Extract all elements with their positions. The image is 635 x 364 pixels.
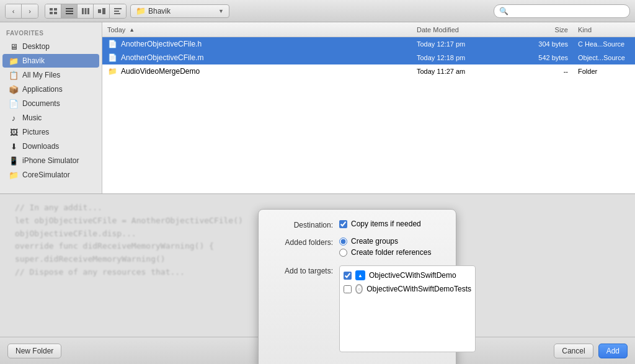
- sidebar-section-favorites: FAVORITES: [0, 25, 102, 39]
- sidebar-icon-iphone-simulator: 📱: [9, 156, 19, 166]
- file-date: Today 11:27 am: [412, 68, 523, 75]
- view-icon-btn[interactable]: [45, 4, 61, 18]
- sidebar-item-core-simulator[interactable]: 📁 CoreSimulator: [2, 168, 99, 182]
- sidebar-label-core-simulator: CoreSimulator: [22, 171, 70, 179]
- file-name-label: AudioVideoMergeDemo: [121, 67, 200, 76]
- create-groups-radio[interactable]: [339, 237, 347, 246]
- search-bar[interactable]: 🔍: [494, 4, 630, 18]
- header-date[interactable]: Date Modified: [412, 26, 523, 33]
- destination-row: Destination: Copy items if needed: [271, 220, 443, 231]
- svg-rect-10: [98, 9, 101, 13]
- sidebar-icon-core-simulator: 📁: [9, 170, 19, 180]
- file-name-label: AnotherObjectiveCFile.h: [121, 40, 202, 48]
- sidebar-label-downloads: Downloads: [22, 142, 59, 151]
- create-groups-row: Create groups: [339, 237, 443, 246]
- sidebar-label-bhavik: Bhavik: [22, 56, 45, 65]
- sidebar-icon-bhavik: 📁: [9, 56, 19, 66]
- path-dropdown-icon: ▼: [218, 8, 224, 14]
- target-label-target2: ObjectiveCWithSwiftDemoTests: [366, 285, 471, 293]
- svg-rect-14: [114, 13, 120, 14]
- file-name: 📄 AnotherObjectiveCFile.m: [102, 53, 412, 63]
- svg-rect-0: [50, 8, 53, 11]
- create-folder-refs-label: Create folder references: [351, 248, 431, 257]
- svg-rect-6: [66, 13, 73, 14]
- copy-items-checkbox[interactable]: [339, 220, 347, 228]
- svg-rect-5: [66, 11, 73, 12]
- target-item-target2: ○ ObjectiveCWithSwiftDemoTests: [344, 282, 471, 296]
- file-date: Today 12:17 pm: [412, 40, 523, 48]
- sidebar-item-downloads[interactable]: ⬇ Downloads: [2, 140, 99, 153]
- target-checkbox-target2[interactable]: [344, 285, 352, 293]
- nav-buttons: ‹ ›: [5, 4, 38, 19]
- svg-rect-8: [84, 8, 86, 14]
- sidebar-item-desktop[interactable]: 🖥 Desktop: [2, 40, 99, 53]
- added-folders-content: Create groups Create folder references: [339, 237, 443, 259]
- file-item[interactable]: 📄 AnotherObjectiveCFile.m Today 12:18 pm…: [102, 51, 635, 64]
- sidebar-label-applications: Applications: [22, 85, 63, 94]
- sidebar-item-music[interactable]: ♪ Music: [2, 111, 99, 125]
- search-input[interactable]: [511, 7, 624, 16]
- destination-label: Destination:: [271, 220, 339, 229]
- file-size: --: [523, 68, 573, 75]
- sidebar-label-pictures: Pictures: [22, 128, 49, 136]
- sidebar-label-music: Music: [22, 113, 42, 122]
- view-share-btn[interactable]: [110, 4, 126, 18]
- sidebar-item-documents[interactable]: 📄 Documents: [2, 97, 99, 110]
- create-groups-label: Create groups: [351, 237, 398, 246]
- file-list: 📄 AnotherObjectiveCFile.h Today 12:17 pm…: [102, 37, 635, 193]
- svg-rect-7: [82, 8, 84, 14]
- file-size: 542 bytes: [523, 54, 573, 61]
- add-button[interactable]: Add: [598, 344, 628, 358]
- forward-button[interactable]: ›: [22, 4, 38, 18]
- file-name: 📁 AudioVideoMergeDemo: [102, 66, 412, 76]
- sidebar-item-applications[interactable]: 📦 Applications: [2, 82, 99, 96]
- file-icon: 📁: [107, 66, 117, 76]
- sidebar-item-bhavik[interactable]: 📁 Bhavik: [2, 54, 99, 68]
- sidebar-label-desktop: Desktop: [22, 42, 50, 51]
- sidebar-icon-desktop: 🖥: [9, 42, 19, 51]
- file-name-label: AnotherObjectiveCFile.m: [121, 53, 203, 62]
- file-list-container: Today ▲ Date Modified Size Kind 📄 Anothe…: [102, 22, 635, 193]
- sidebar-icon-music: ♪: [9, 113, 19, 123]
- target-checkbox-target1[interactable]: [344, 272, 352, 280]
- create-folder-refs-row: Create folder references: [339, 248, 443, 257]
- file-kind: Object...Source: [573, 54, 635, 61]
- targets-content: ▲ ObjectiveCWithSwiftDemo ○ ObjectiveCWi…: [339, 265, 476, 352]
- path-selector[interactable]: 📁 Bhavik ▼: [130, 4, 229, 18]
- sidebar-item-iphone-simulator[interactable]: 📱 iPhone Simulator: [2, 154, 99, 167]
- view-cover-btn[interactable]: [94, 4, 110, 18]
- cancel-button[interactable]: Cancel: [554, 344, 593, 358]
- xcode-icon: ▲: [355, 270, 365, 280]
- bottom-panel: // In any addit...let objObjectiveCFile …: [0, 193, 635, 364]
- back-button[interactable]: ‹: [6, 4, 22, 18]
- sidebar-icon-all-my-files: 📋: [9, 70, 19, 80]
- view-list-btn[interactable]: [61, 4, 78, 18]
- svg-rect-2: [50, 12, 53, 14]
- toolbar: ‹ › 📁 Bhavik ▼ 🔍: [0, 0, 635, 22]
- file-kind: C Hea...Source: [573, 40, 635, 48]
- sidebar-items: 🖥 Desktop 📁 Bhavik 📋 All My Files 📦 Appl…: [0, 40, 102, 182]
- view-column-btn[interactable]: [78, 4, 94, 18]
- view-mode-buttons: [45, 4, 127, 19]
- header-name[interactable]: Today ▲: [102, 26, 412, 33]
- targets-box: ▲ ObjectiveCWithSwiftDemo ○ ObjectiveCWi…: [339, 265, 476, 352]
- target-label-target1: ObjectiveCWithSwiftDemo: [369, 271, 456, 280]
- sidebar-icon-downloads: ⬇: [9, 141, 19, 151]
- header-size[interactable]: Size: [523, 26, 573, 33]
- header-kind[interactable]: Kind: [573, 26, 635, 33]
- sidebar-item-pictures[interactable]: 🖼 Pictures: [2, 125, 99, 139]
- sidebar-label-iphone-simulator: iPhone Simulator: [22, 156, 79, 165]
- svg-rect-12: [114, 8, 122, 9]
- svg-rect-1: [54, 8, 57, 11]
- file-name: 📄 AnotherObjectiveCFile.h: [102, 39, 412, 49]
- file-item[interactable]: 📄 AnotherObjectiveCFile.h Today 12:17 pm…: [102, 37, 635, 51]
- create-folder-refs-radio[interactable]: [339, 249, 347, 257]
- svg-rect-13: [114, 11, 119, 12]
- target-item-target1: ▲ ObjectiveCWithSwiftDemo: [344, 269, 471, 282]
- file-size: 304 bytes: [523, 40, 573, 48]
- sidebar-icon-applications: 📦: [9, 84, 19, 94]
- new-folder-button[interactable]: New Folder: [7, 344, 61, 358]
- sidebar-item-all-my-files[interactable]: 📋 All My Files: [2, 68, 99, 82]
- file-item[interactable]: 📁 AudioVideoMergeDemo Today 11:27 am -- …: [102, 64, 635, 78]
- add-targets-label: Add to targets:: [271, 265, 339, 275]
